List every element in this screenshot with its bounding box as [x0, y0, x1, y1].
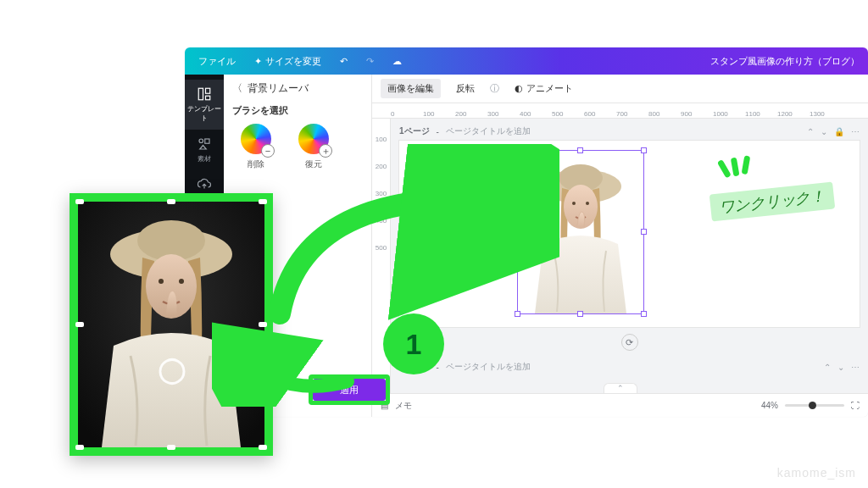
- svg-point-15: [179, 279, 184, 284]
- rail-elements-label: 素材: [198, 155, 211, 163]
- crown-icon: ✦: [254, 56, 262, 67]
- menu-resize-label: サイズを変更: [265, 55, 321, 68]
- cloud-icon: ☁: [392, 56, 402, 67]
- portrait-bg-removed: [518, 151, 643, 313]
- page-more-icon[interactable]: ⋯: [851, 127, 860, 136]
- brush-section-label: ブラシを選択: [232, 104, 363, 117]
- menu-resize[interactable]: ✦ サイズを変更: [249, 52, 326, 71]
- minus-icon: −: [261, 144, 275, 158]
- annotation-apply-highlight: 適用: [309, 374, 390, 405]
- rail-templates[interactable]: テンプレート: [185, 80, 224, 130]
- animate-button[interactable]: ◐ アニメート: [508, 79, 580, 98]
- svg-rect-0: [198, 88, 203, 100]
- page-sync-button[interactable]: ⟳: [391, 334, 868, 351]
- templates-icon: [197, 86, 212, 102]
- page-1-title-input[interactable]: ページタイトルを追加: [446, 125, 531, 137]
- notes-button[interactable]: メモ: [395, 400, 412, 412]
- svg-rect-4: [205, 139, 209, 143]
- undo-icon: ↶: [340, 56, 348, 67]
- fullscreen-icon[interactable]: ⛶: [851, 401, 860, 410]
- page-2-header: 2ページ - ページタイトルを追加 ⌃ ⌄ ⋯: [391, 354, 868, 376]
- info-icon[interactable]: ⓘ: [490, 82, 499, 95]
- upload-icon: [197, 177, 212, 192]
- zoom-slider[interactable]: [785, 404, 844, 407]
- page-collapse-icon[interactable]: ⌃: [824, 363, 831, 372]
- brush-erase-label: 削除: [248, 159, 264, 169]
- zoom-value: 44%: [761, 401, 778, 410]
- sync-icon: ⟳: [621, 334, 638, 351]
- page-lock-icon[interactable]: 🔒: [834, 127, 844, 136]
- panel-title: 背景リムーバ: [248, 81, 309, 96]
- elements-icon: [197, 136, 212, 152]
- page-1-number: 1ページ: [399, 125, 430, 137]
- rail-elements[interactable]: 素材: [185, 130, 224, 170]
- apply-button[interactable]: 適用: [313, 379, 386, 401]
- redo-button[interactable]: ↷: [361, 53, 379, 70]
- canva-app-window: ファイル ✦ サイズを変更 ↶ ↷ ☁ スタンプ風画像の作り方（ブログ） テンプ…: [185, 47, 868, 417]
- edit-image-button[interactable]: 画像を編集: [381, 79, 441, 98]
- bottom-bar: ▤ メモ 44% ⛶: [372, 393, 868, 417]
- svg-point-9: [586, 202, 589, 205]
- menu-file[interactable]: ファイル: [193, 52, 241, 71]
- cloud-sync-button[interactable]: ☁: [387, 53, 407, 70]
- selected-image[interactable]: [518, 151, 643, 313]
- canvas-area: 画像を編集 反転 ⓘ ◐ アニメート 010020030040050060070…: [372, 75, 868, 417]
- chevron-left-icon: 〈: [232, 81, 242, 96]
- ruler-horizontal: 0100200300400500600700800900100011001200…: [372, 103, 868, 119]
- plus-icon: ＋: [319, 144, 332, 158]
- animate-label: アニメート: [526, 82, 573, 95]
- watermark: kamome_ism: [777, 466, 856, 480]
- page-1-header: 1ページ - ページタイトルを追加 ⌃ ⌄ 🔒 ⋯: [391, 119, 868, 141]
- document-title[interactable]: スタンプ風画像の作り方（ブログ）: [710, 55, 860, 68]
- page-more-icon[interactable]: ⋯: [851, 363, 860, 372]
- rail-templates-label: テンプレート: [187, 105, 221, 122]
- annotation-step-badge: 1: [383, 313, 444, 374]
- pages-scroll[interactable]: 100200300400500 1ページ - ページタイトルを追加 ⌃ ⌄ 🔒 …: [372, 119, 868, 393]
- redo-icon: ↷: [366, 56, 374, 67]
- undo-button[interactable]: ↶: [335, 53, 353, 70]
- svg-rect-2: [206, 96, 210, 100]
- page-2-title-input[interactable]: ページタイトルを追加: [446, 361, 531, 373]
- animate-icon: ◐: [515, 83, 523, 94]
- svg-point-14: [159, 279, 164, 284]
- topbar: ファイル ✦ サイズを変更 ↶ ↷ ☁ スタンプ風画像の作り方（ブログ）: [185, 47, 868, 75]
- page-1-canvas[interactable]: [399, 141, 860, 327]
- svg-point-8: [572, 202, 576, 205]
- page-collapse-icon[interactable]: ⌃: [807, 127, 814, 136]
- flip-button[interactable]: 反転: [449, 79, 481, 98]
- annotation-before-image: [70, 193, 273, 456]
- panel-back[interactable]: 〈 背景リムーバ: [232, 81, 363, 96]
- context-toolbar: 画像を編集 反転 ⓘ ◐ アニメート: [372, 75, 868, 103]
- svg-rect-1: [206, 88, 210, 93]
- page-expand-icon[interactable]: ⌄: [821, 127, 827, 136]
- brush-restore-label: 復元: [305, 159, 322, 169]
- page-expand-icon[interactable]: ⌄: [837, 363, 844, 372]
- brush-erase[interactable]: − 削除: [232, 124, 280, 170]
- brush-restore[interactable]: ＋ 復元: [290, 124, 337, 170]
- svg-point-3: [199, 139, 203, 143]
